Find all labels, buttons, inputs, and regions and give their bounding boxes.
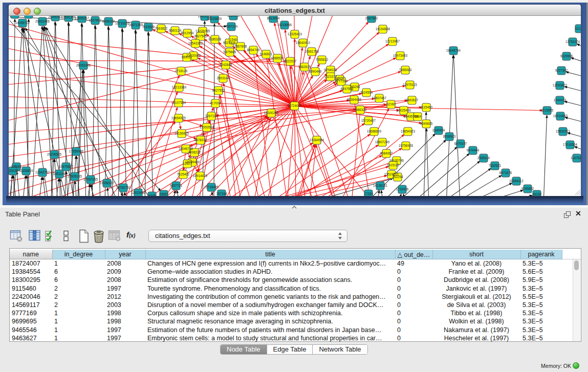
svg-text:10654112: 10654112 [509,179,524,183]
svg-text:10975867: 10975867 [59,165,74,168]
svg-text:16782759: 16782759 [116,186,131,189]
svg-text:20206535: 20206535 [47,152,62,156]
svg-text:9527505: 9527505 [223,41,236,45]
svg-text:12627: 12627 [183,162,192,165]
svg-text:4984: 4984 [414,115,422,118]
svg-text:11123: 11123 [575,27,581,30]
svg-text:5875685: 5875685 [224,50,236,54]
svg-text:12213967: 12213967 [385,39,400,43]
svg-text:20390511: 20390511 [48,16,62,18]
svg-text:7485063: 7485063 [399,68,412,72]
svg-text:20364436: 20364436 [347,98,362,101]
svg-text:17359936: 17359936 [69,149,84,153]
svg-text:9146821: 9146821 [260,52,273,56]
svg-text:8215955: 8215955 [541,108,554,112]
svg-text:989011: 989011 [182,55,192,59]
svg-text:14136141: 14136141 [373,184,388,187]
svg-text:2867608: 2867608 [234,45,247,48]
svg-text:15716485: 15716485 [204,185,219,189]
svg-text:7986322: 7986322 [354,108,367,112]
svg-text:16210643: 16210643 [553,114,568,118]
svg-text:10688609: 10688609 [367,129,382,133]
svg-text:13751074: 13751074 [565,40,580,43]
svg-text:1546: 1546 [230,38,237,41]
svg-text:7955812: 7955812 [316,58,329,61]
svg-text:12905135: 12905135 [68,174,82,178]
svg-text:6497568: 6497568 [341,87,354,91]
svg-text:13226055: 13226055 [195,29,210,33]
svg-text:12923466: 12923466 [131,191,146,194]
svg-text:16648784: 16648784 [446,49,461,52]
svg-text:9245: 9245 [148,194,156,196]
svg-text:2718126: 2718126 [175,69,188,73]
svg-text:18724007: 18724007 [287,104,302,107]
svg-text:1167533: 1167533 [571,156,581,160]
svg-text:9699695: 9699695 [420,122,433,125]
svg-text:9634509: 9634509 [227,16,240,17]
svg-text:19166825: 19166825 [175,132,189,135]
svg-text:1733426: 1733426 [396,187,409,191]
svg-text:12213389: 12213389 [172,85,187,89]
svg-text:3267110: 3267110 [205,114,218,118]
svg-text:16543362: 16543362 [188,41,203,45]
svg-text:16154838: 16154838 [376,27,390,31]
svg-text:14055712: 14055712 [15,21,30,25]
svg-text:6879197: 6879197 [454,142,467,145]
svg-text:18300295: 18300295 [264,111,279,115]
svg-text:10961758: 10961758 [304,50,319,53]
svg-text:10107554: 10107554 [171,101,186,104]
svg-text:6466160: 6466160 [102,19,115,23]
svg-text:10914479: 10914479 [193,174,208,178]
svg-text:19218596: 19218596 [277,23,292,27]
svg-text:9474444: 9474444 [467,148,480,152]
svg-text:9245652: 9245652 [521,187,534,190]
svg-text:16591356: 16591356 [61,16,76,19]
svg-text:1362615: 1362615 [298,65,311,69]
svg-text:13353594: 13353594 [200,125,214,129]
svg-text:17334: 17334 [364,192,373,195]
svg-text:18807249: 18807249 [375,140,390,144]
svg-text:16120746: 16120746 [389,159,404,162]
svg-text:8322037: 8322037 [284,59,297,63]
svg-text:20657: 20657 [159,192,168,196]
svg-text:10855267: 10855267 [75,16,90,20]
svg-text:8186328: 8186328 [209,37,222,41]
svg-text:17016504: 17016504 [563,143,578,146]
svg-text:417004: 417004 [210,101,221,105]
svg-text:10958107: 10958107 [100,181,115,185]
svg-text:26053346: 26053346 [76,63,91,67]
svg-text:1498222: 1498222 [188,150,201,154]
svg-text:8938923: 8938923 [443,135,456,138]
svg-text:15692971: 15692971 [556,129,571,133]
svg-text:15640910: 15640910 [296,41,311,45]
svg-text:1615112: 1615112 [387,163,400,167]
svg-text:10025456: 10025456 [397,108,411,112]
svg-text:12975115: 12975115 [403,83,417,86]
svg-text:12942757: 12942757 [35,170,50,174]
svg-text:19654923: 19654923 [401,129,416,133]
svg-text:19384554: 19384554 [310,138,324,142]
svg-text:2935114: 2935114 [477,156,490,160]
svg-text:62160: 62160 [386,102,396,106]
svg-text:16671355: 16671355 [128,23,143,27]
svg-text:20691406: 20691406 [35,19,50,23]
svg-text:9463627: 9463627 [406,98,419,102]
svg-text:7357224: 7357224 [225,25,238,28]
svg-text:139159: 139159 [9,169,18,172]
svg-text:8427552: 8427552 [212,89,225,92]
svg-text:16033809: 16033809 [207,17,222,20]
svg-text:16046736: 16046736 [179,147,193,150]
svg-text:8454749: 8454749 [247,48,260,52]
svg-text:15720407: 15720407 [361,119,376,122]
svg-text:1588520: 1588520 [271,56,284,60]
svg-text:9777169: 9777169 [335,79,348,83]
svg-text:9329906: 9329906 [560,54,573,58]
svg-text:9827505: 9827505 [194,34,207,38]
svg-text:9660124: 9660124 [169,29,182,32]
svg-text:8813054: 8813054 [267,16,280,20]
svg-text:8471676: 8471676 [499,171,512,174]
svg-text:16232: 16232 [532,192,541,196]
svg-text:1640954: 1640954 [432,128,445,132]
svg-text:252254: 252254 [392,175,403,179]
svg-text:9457721: 9457721 [170,184,183,187]
